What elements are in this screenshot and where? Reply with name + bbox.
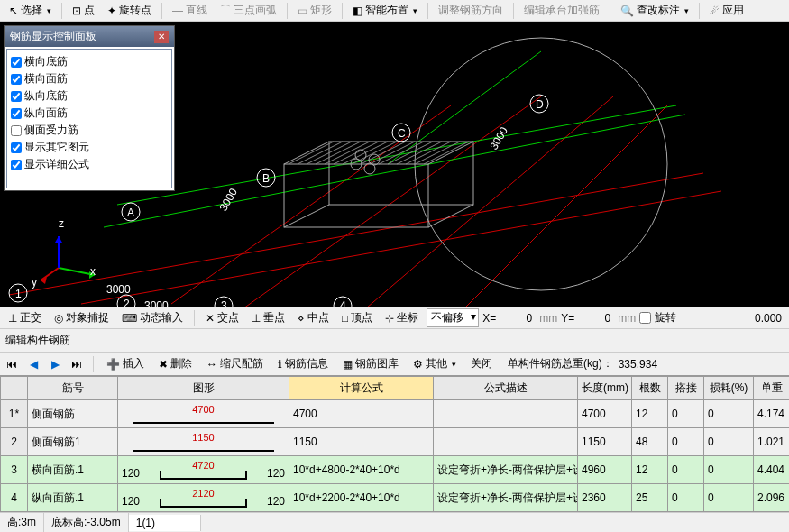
table-cell[interactable]: 1* xyxy=(1,400,28,428)
table-row[interactable]: 4纵向面筋.1120212012010*d+2200-2*40+10*d设定弯折… xyxy=(1,484,790,512)
col-header[interactable]: 损耗(%) xyxy=(704,377,754,400)
table-cell[interactable]: 12 xyxy=(632,400,668,428)
delete-button[interactable]: ✖ 删除 xyxy=(154,354,197,373)
display-option-0[interactable]: 横向底筋 xyxy=(11,53,168,70)
display-option-4[interactable]: 侧面受力筋 xyxy=(11,122,168,139)
viewport[interactable]: x z y A B C D 1 2 3 4 3000 3000 3000 300… xyxy=(0,22,789,307)
display-option-3[interactable]: 纵向面筋 xyxy=(11,105,168,122)
display-checkbox[interactable] xyxy=(11,125,22,136)
table-cell[interactable]: 0 xyxy=(668,484,704,512)
apply-tool[interactable]: ☄ 应用 xyxy=(704,1,749,20)
smart-layout-tool[interactable]: ◧ 智能布置▾ xyxy=(347,1,423,20)
next-record-icon[interactable]: ▶ xyxy=(47,356,63,372)
close-icon[interactable]: ✕ xyxy=(154,31,169,43)
table-cell[interactable]: 4.174 xyxy=(754,400,790,428)
table-cell[interactable]: 4700 xyxy=(118,400,289,428)
table-cell[interactable]: 3 xyxy=(1,456,28,484)
table-row[interactable]: 2侧面钢筋111501150115048001.021 xyxy=(1,428,790,456)
scale-rebar-button[interactable]: ↔ 缩尺配筋 xyxy=(202,354,268,373)
col-header[interactable]: 公式描述 xyxy=(434,377,578,400)
rect-tool[interactable]: ▭ 矩形 xyxy=(292,1,337,20)
col-header[interactable]: 根数 xyxy=(632,377,668,400)
table-cell[interactable]: 1.021 xyxy=(754,428,790,456)
rebar-lib-button[interactable]: ▦ 钢筋图库 xyxy=(338,354,403,373)
line-tool[interactable]: — 直线 xyxy=(167,1,213,20)
table-cell[interactable]: 1204720120 xyxy=(118,456,289,484)
table-cell[interactable]: 0 xyxy=(704,428,754,456)
rebar-info-button[interactable]: ℹ 钢筋信息 xyxy=(273,354,333,373)
table-cell[interactable]: 横向面筋.1 xyxy=(28,456,118,484)
table-cell[interactable]: 4700 xyxy=(289,400,434,428)
table-cell[interactable]: 0 xyxy=(668,456,704,484)
table-cell[interactable]: 侧面钢筋1 xyxy=(28,428,118,456)
table-cell[interactable]: 1150 xyxy=(578,428,632,456)
table-cell[interactable]: 2.096 xyxy=(754,484,790,512)
osnap-toggle[interactable]: ◎ 对象捕捉 xyxy=(50,308,114,327)
display-checkbox[interactable] xyxy=(11,142,22,153)
rotate-checkbox[interactable] xyxy=(639,312,651,324)
offset-select[interactable]: 不偏移 xyxy=(427,308,479,327)
table-cell[interactable]: 0 xyxy=(704,484,754,512)
table-cell[interactable]: 1150 xyxy=(118,428,289,456)
other-button[interactable]: ⚙ 其他▾ xyxy=(408,354,461,373)
table-cell[interactable]: 0 xyxy=(668,400,704,428)
prev-record-icon[interactable]: ◀ xyxy=(25,356,41,372)
dyninput-toggle[interactable]: ⌨ 动态输入 xyxy=(117,308,188,327)
table-cell[interactable]: 0 xyxy=(704,400,754,428)
y-value[interactable]: 0 xyxy=(578,312,614,325)
perp-snap[interactable]: ⊥ 垂点 xyxy=(247,308,289,327)
table-cell[interactable]: 2360 xyxy=(578,484,632,512)
table-cell[interactable] xyxy=(434,400,578,428)
table-cell[interactable]: 设定弯折+净长-两倍保护层+设定弯折 xyxy=(434,484,578,512)
check-annot-tool[interactable]: 🔍 查改标注▾ xyxy=(615,1,694,20)
col-header[interactable]: 长度(mm) xyxy=(578,377,632,400)
coord-snap[interactable]: ⊹ 坐标 xyxy=(381,308,423,327)
display-checkbox[interactable] xyxy=(11,57,22,68)
vertex-snap[interactable]: □ 顶点 xyxy=(337,308,377,327)
midpoint-snap[interactable]: ⋄ 中点 xyxy=(293,308,334,327)
table-cell[interactable]: 25 xyxy=(632,484,668,512)
display-option-2[interactable]: 纵向底筋 xyxy=(11,87,168,105)
col-header[interactable]: 单重 xyxy=(754,377,790,400)
display-checkbox[interactable] xyxy=(11,74,22,85)
table-cell[interactable]: 4 xyxy=(1,484,28,512)
table-cell[interactable]: 设定弯折+净长-两倍保护层+设定弯折 xyxy=(434,456,578,484)
display-checkbox[interactable] xyxy=(11,91,22,102)
point-tool[interactable]: ⊡ 点 xyxy=(67,1,100,20)
col-header[interactable]: 计算公式 xyxy=(289,377,434,400)
intersect-snap[interactable]: ✕ 交点 xyxy=(201,308,243,327)
table-cell[interactable]: 1150 xyxy=(289,428,434,456)
col-header[interactable]: 图形 xyxy=(118,377,289,400)
edit-cap-rebar-tool[interactable]: 编辑承台加强筋 xyxy=(518,1,605,20)
table-cell[interactable]: 0 xyxy=(668,428,704,456)
ortho-toggle[interactable]: ⊥ 正交 xyxy=(4,308,46,327)
arc3-tool[interactable]: ⌒ 三点画弧 xyxy=(215,1,282,20)
col-header[interactable] xyxy=(1,377,28,400)
adjust-rebar-dir-tool[interactable]: 调整钢筋方向 xyxy=(433,1,509,20)
display-option-5[interactable]: 显示其它图元 xyxy=(11,139,168,156)
table-cell[interactable]: 1202120120 xyxy=(118,484,289,512)
table-cell[interactable]: 侧面钢筋 xyxy=(28,400,118,428)
table-cell[interactable]: 4700 xyxy=(578,400,632,428)
first-record-icon[interactable]: ⏮ xyxy=(4,356,20,372)
display-checkbox[interactable] xyxy=(11,160,22,170)
table-row[interactable]: 1*侧面钢筋47004700470012004.174 xyxy=(1,400,790,428)
table-cell[interactable]: 12 xyxy=(632,456,668,484)
table-cell[interactable]: 48 xyxy=(632,428,668,456)
table-cell[interactable]: 4960 xyxy=(578,456,632,484)
display-option-6[interactable]: 显示详细公式 xyxy=(11,156,168,173)
col-header[interactable]: 搭接 xyxy=(668,377,704,400)
table-cell[interactable]: 10*d+2200-2*40+10*d xyxy=(289,484,434,512)
select-tool[interactable]: ↖ 选择▾ xyxy=(4,1,57,20)
last-record-icon[interactable]: ⏭ xyxy=(69,356,85,372)
close-button[interactable]: 关闭 xyxy=(466,354,497,373)
table-cell[interactable] xyxy=(434,428,578,456)
display-checkbox[interactable] xyxy=(11,108,22,119)
table-cell[interactable]: 4.404 xyxy=(754,456,790,484)
x-value[interactable]: 0 xyxy=(500,312,536,325)
display-option-1[interactable]: 横向面筋 xyxy=(11,70,168,87)
table-row[interactable]: 3横向面筋.1120472012010*d+4800-2*40+10*d设定弯折… xyxy=(1,456,790,484)
rotate-point-tool[interactable]: ✦ 旋转点 xyxy=(102,1,157,20)
table-cell[interactable]: 纵向面筋.1 xyxy=(28,484,118,512)
panel-titlebar[interactable]: 钢筋显示控制面板 ✕ xyxy=(5,26,174,47)
